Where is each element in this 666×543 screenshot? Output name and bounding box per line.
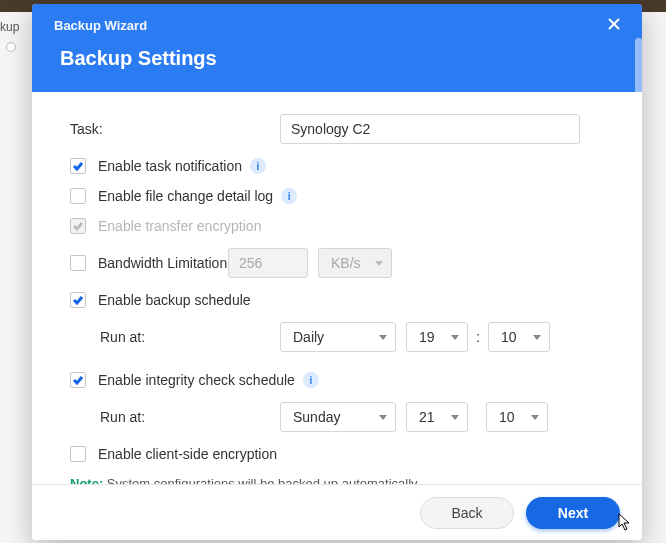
chevron-down-icon [379, 335, 387, 340]
enable-client-encryption-checkbox[interactable] [70, 446, 86, 462]
enable-transfer-encryption-checkbox [70, 218, 86, 234]
integrity-runat-label: Run at: [100, 409, 280, 425]
schedule-runat-row: Run at: Daily 19 : 10 [100, 322, 612, 352]
schedule-hour-value: 19 [419, 329, 435, 345]
check-icon [72, 374, 84, 386]
changelog-row: Enable file change detail log i [70, 188, 612, 204]
schedule-frequency-value: Daily [293, 329, 324, 345]
enable-changelog-checkbox[interactable] [70, 188, 86, 204]
integrity-row: Enable integrity check schedule i [70, 372, 612, 388]
bandwidth-value-input [228, 248, 308, 278]
task-label: Task: [70, 121, 280, 137]
schedule-frequency-select[interactable]: Daily [280, 322, 396, 352]
client-encrypt-row: Enable client-side encryption [70, 446, 612, 462]
schedule-hour-select[interactable]: 19 [406, 322, 468, 352]
bandwidth-row: Bandwidth Limitation KB/s [70, 248, 612, 278]
task-row: Task: [70, 114, 612, 144]
close-button[interactable] [606, 16, 628, 38]
schedule-runat-label: Run at: [100, 329, 280, 345]
background-tab-label: kup [0, 20, 19, 34]
integrity-minute-value: 10 [499, 409, 515, 425]
info-icon[interactable]: i [281, 188, 297, 204]
backup-wizard-modal: Backup Wizard Backup Settings Task: Enab… [32, 4, 642, 540]
task-name-input[interactable] [280, 114, 580, 144]
bandwidth-limitation-checkbox[interactable] [70, 255, 86, 271]
modal-body: Task: Enable task notification i Enable … [32, 92, 642, 499]
schedule-row: Enable backup schedule [70, 292, 612, 308]
integrity-minute-select[interactable]: 10 [486, 402, 548, 432]
chevron-down-icon [379, 415, 387, 420]
check-icon [72, 160, 84, 172]
enable-schedule-label: Enable backup schedule [98, 292, 251, 308]
bandwidth-unit-select: KB/s [318, 248, 392, 278]
page-title: Backup Settings [60, 47, 620, 70]
integrity-day-select[interactable]: Sunday [280, 402, 396, 432]
chevron-down-icon [451, 415, 459, 420]
time-colon: : [476, 329, 480, 345]
enable-notification-label: Enable task notification [98, 158, 242, 174]
next-button[interactable]: Next [526, 497, 620, 529]
info-icon[interactable]: i [303, 372, 319, 388]
check-icon [72, 220, 84, 232]
back-button[interactable]: Back [420, 497, 514, 529]
chevron-down-icon [531, 415, 539, 420]
enable-schedule-checkbox[interactable] [70, 292, 86, 308]
cursor-icon [618, 513, 634, 533]
enable-client-encryption-label: Enable client-side encryption [98, 446, 277, 462]
integrity-hour-select[interactable]: 21 [406, 402, 468, 432]
background-decor-circle [6, 42, 16, 52]
close-icon [606, 16, 622, 32]
enable-integrity-checkbox[interactable] [70, 372, 86, 388]
integrity-runat-row: Run at: Sunday 21 10 [100, 402, 612, 432]
scrollbar-thumb[interactable] [635, 38, 642, 94]
integrity-hour-value: 21 [419, 409, 435, 425]
wizard-name: Backup Wizard [54, 18, 620, 33]
check-icon [72, 294, 84, 306]
enable-changelog-label: Enable file change detail log [98, 188, 273, 204]
enable-transfer-encryption-label: Enable transfer encryption [98, 218, 261, 234]
transfer-encryption-row: Enable transfer encryption [70, 218, 612, 234]
schedule-minute-value: 10 [501, 329, 517, 345]
modal-header: Backup Wizard Backup Settings [32, 4, 642, 92]
enable-integrity-label: Enable integrity check schedule [98, 372, 295, 388]
enable-notification-checkbox[interactable] [70, 158, 86, 174]
schedule-minute-select[interactable]: 10 [488, 322, 550, 352]
notify-row: Enable task notification i [70, 158, 612, 174]
chevron-down-icon [451, 335, 459, 340]
bandwidth-limitation-label: Bandwidth Limitation [98, 255, 228, 271]
chevron-down-icon [533, 335, 541, 340]
chevron-down-icon [375, 261, 383, 266]
info-icon[interactable]: i [250, 158, 266, 174]
modal-footer: Back Next [32, 484, 642, 540]
bandwidth-unit-value: KB/s [331, 255, 361, 271]
integrity-day-value: Sunday [293, 409, 340, 425]
